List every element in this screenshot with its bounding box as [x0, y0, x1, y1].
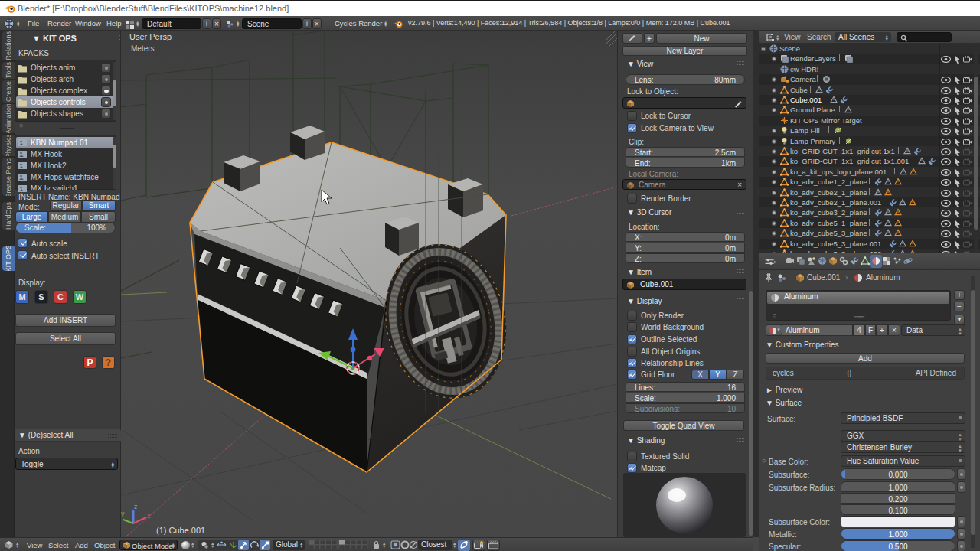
svg-text:Meters: Meters: [131, 44, 155, 53]
svg-text:x: x: [147, 512, 151, 520]
svg-text:(1) Cube.001: (1) Cube.001: [156, 526, 205, 535]
svg-text:User Persp: User Persp: [129, 32, 172, 41]
svg-text:y: y: [121, 510, 125, 517]
svg-text:z: z: [134, 503, 138, 510]
